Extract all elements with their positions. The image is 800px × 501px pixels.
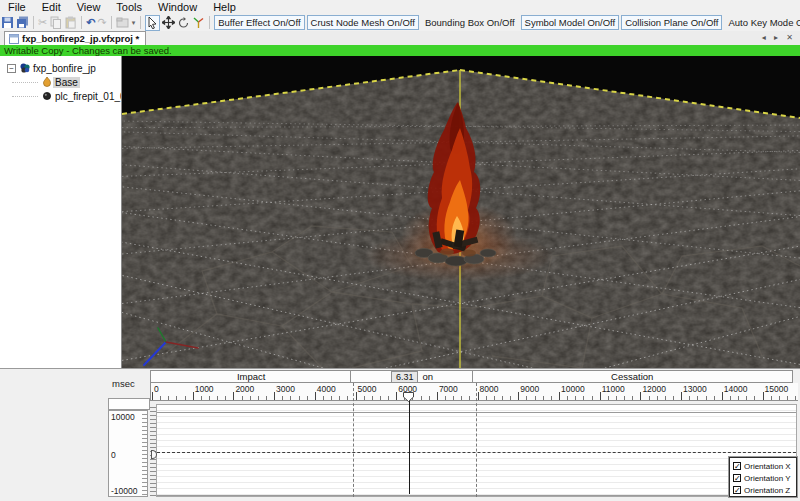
ruler-tick-label: 0 xyxy=(154,384,159,394)
toggle-buffer-effect-on-off-button[interactable]: Buffer Effect On/Off xyxy=(214,15,304,30)
select-tool-icon[interactable] xyxy=(145,15,160,31)
transition-time-value[interactable]: 6.31 xyxy=(391,371,419,383)
tree-collapse-icon[interactable]: − xyxy=(7,64,16,73)
ruler-tick-label: 14000 xyxy=(724,384,748,394)
orientation-y-label: Orientation Y xyxy=(744,474,791,483)
toggle-crust-node-mesh-on-off-button[interactable]: Crust Node Mesh On/Off xyxy=(307,15,419,30)
menu-help[interactable]: Help xyxy=(205,1,244,13)
axis-label-min: -10000 xyxy=(111,486,137,496)
orientation-y-checkbox[interactable]: ✓ xyxy=(733,474,741,482)
orientation-x-checkbox[interactable]: ✓ xyxy=(733,462,741,470)
ruler-major-tick xyxy=(518,392,519,400)
orientation-z-checkbox[interactable]: ✓ xyxy=(733,486,741,494)
redo-icon[interactable]: ↷ xyxy=(97,16,106,30)
ruler-minor-tick xyxy=(657,396,658,400)
ruler-minor-tick xyxy=(746,396,747,400)
undo-icon[interactable]: ↶ xyxy=(86,16,95,30)
axis-manipulator-icon[interactable] xyxy=(192,16,205,30)
move-tool-icon[interactable] xyxy=(162,16,175,30)
toggle-auto-key-mode-on-off-button[interactable]: Auto Key Mode On/Off xyxy=(724,15,800,30)
ruler-minor-tick xyxy=(706,396,707,400)
curve-value-input[interactable] xyxy=(108,398,150,410)
menu-edit[interactable]: Edit xyxy=(34,1,69,13)
cut-icon[interactable]: ✂ xyxy=(38,16,47,30)
timeline-section-cessation[interactable]: Cessation xyxy=(472,370,793,383)
toolbar-separator xyxy=(111,16,112,29)
ruler-minor-tick xyxy=(486,396,487,400)
tree-base-label[interactable]: Base xyxy=(53,77,80,88)
ruler-minor-tick xyxy=(339,396,340,400)
3d-viewport[interactable] xyxy=(122,56,800,368)
project-file-icon xyxy=(9,34,19,44)
save-icon[interactable] xyxy=(1,16,14,30)
export-icon[interactable] xyxy=(116,16,129,30)
ruler-minor-tick xyxy=(771,396,772,400)
ruler-minor-tick xyxy=(502,396,503,400)
menu-file[interactable]: File xyxy=(0,1,34,13)
copy-icon[interactable] xyxy=(49,16,62,30)
ruler-minor-tick xyxy=(689,396,690,400)
tree-row-root[interactable]: − fxp_bonfire_jp xyxy=(0,61,121,75)
menu-view[interactable]: View xyxy=(69,1,109,13)
menu-tools[interactable]: Tools xyxy=(108,1,150,13)
paste-icon[interactable] xyxy=(64,16,77,30)
toolbar-overflow-caret[interactable]: ▾ xyxy=(132,19,136,27)
tree-row-base[interactable]: Base xyxy=(0,75,121,89)
ruler-minor-tick xyxy=(494,396,495,400)
toolbar: ✂ ↶ ↷ ▾ Buffer Effect On/OffCrust Node M… xyxy=(0,14,800,31)
legend-row-orientation-y: ✓ Orientation Y xyxy=(733,472,796,484)
tab-close-button[interactable]: ✕ xyxy=(786,33,796,42)
vfx-editor-window: File Edit View Tools Window Help ✂ ↶ ↷ ▾ xyxy=(0,0,800,501)
ruler-minor-tick xyxy=(282,396,283,400)
ruler-tick-label: 3000 xyxy=(276,384,295,394)
scene-tree-panel: − fxp_bonfire_jp Base plc_firepit_01_0 xyxy=(0,56,122,368)
ruler-minor-tick xyxy=(307,396,308,400)
ruler-minor-tick xyxy=(388,396,389,400)
ruler-major-tick xyxy=(152,392,153,400)
ruler-minor-tick xyxy=(323,396,324,400)
ruler-tick-label: 8000 xyxy=(480,384,499,394)
timeline-section-transition[interactable]: 6.31on xyxy=(350,370,473,383)
ruler-major-tick xyxy=(356,392,357,400)
ruler-major-tick xyxy=(681,392,682,400)
toggle-symbol-model-on-off-button[interactable]: Symbol Model On/Off xyxy=(521,15,620,30)
curve-value-axis: 10000 0 -10000 xyxy=(108,410,148,497)
ruler-minor-tick xyxy=(160,396,161,400)
save-all-icon[interactable] xyxy=(16,16,29,30)
ruler-minor-tick xyxy=(372,396,373,400)
ruler-minor-tick xyxy=(592,396,593,400)
playhead-line xyxy=(409,401,410,494)
banner-text: Writable Copy - Changes can be saved. xyxy=(4,45,172,56)
playhead-marker[interactable] xyxy=(403,392,414,402)
ruler-minor-tick xyxy=(250,396,251,400)
ruler-major-tick xyxy=(640,392,641,400)
ruler-minor-tick xyxy=(461,396,462,400)
rotate-tool-icon[interactable] xyxy=(177,16,190,30)
tab-next-button[interactable]: ▸ xyxy=(774,33,781,42)
axis-tick-marks xyxy=(142,411,147,496)
tree-row-firepit[interactable]: plc_firepit_01_0 xyxy=(0,89,121,103)
ruler-minor-tick xyxy=(185,396,186,400)
toggle-collision-plane-on-off-button[interactable]: Collision Plane On/Off xyxy=(621,15,722,30)
section-boundary-line xyxy=(353,383,354,497)
ruler-tick-label: 7000 xyxy=(439,384,458,394)
toggle-bounding-box-on-off-button[interactable]: Bounding Box On/Off xyxy=(421,15,519,30)
ruler-minor-tick xyxy=(347,396,348,400)
ruler-minor-tick xyxy=(787,396,788,400)
ruler-minor-tick xyxy=(445,396,446,400)
axis-label-max: 10000 xyxy=(111,412,135,422)
tab-prev-button[interactable]: ◂ xyxy=(762,33,769,42)
ruler-tick-label: 1000 xyxy=(195,384,214,394)
ruler-minor-tick xyxy=(738,396,739,400)
ruler-tick-label: 5000 xyxy=(358,384,377,394)
ruler-minor-tick xyxy=(299,396,300,400)
menu-window[interactable]: Window xyxy=(150,1,205,13)
timeline-section-impact[interactable]: Impact xyxy=(150,370,352,383)
ruler-minor-tick xyxy=(583,396,584,400)
ruler-minor-tick xyxy=(575,396,576,400)
tab-active-project[interactable]: fxp_bonfirep2_jp.vfxproj * xyxy=(4,31,146,45)
tree-firepit-label[interactable]: plc_firepit_01_0 xyxy=(53,91,122,102)
tree-root-label[interactable]: fxp_bonfire_jp xyxy=(31,63,98,74)
timeline-unit-label: msec xyxy=(112,378,135,389)
ruler-major-tick xyxy=(233,392,234,400)
